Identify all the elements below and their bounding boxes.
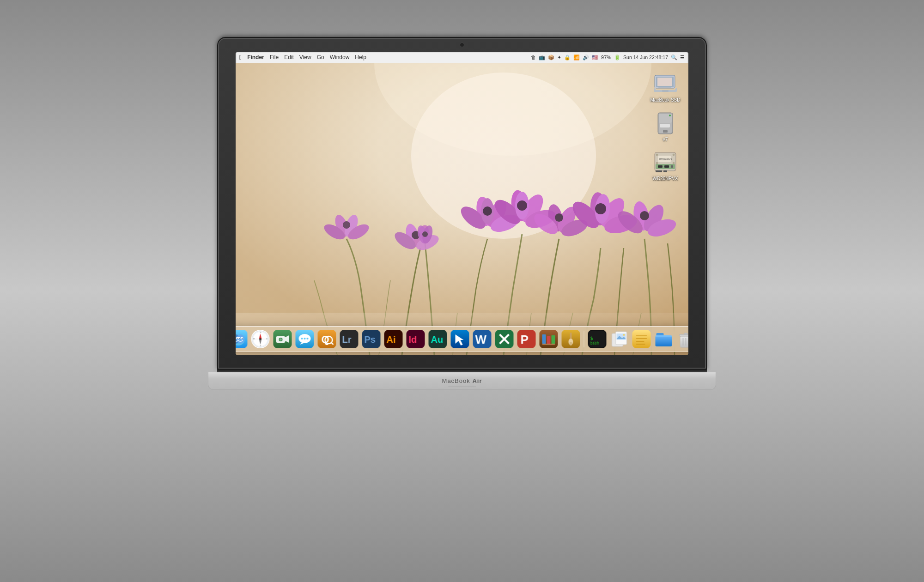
svg-rect-56	[663, 130, 668, 133]
menu-finder[interactable]: Finder	[247, 54, 264, 61]
svg-text:W: W	[253, 338, 255, 340]
menu-file[interactable]: File	[270, 54, 279, 61]
svg-text:N: N	[260, 331, 261, 333]
desktop: MacBook SSD	[236, 63, 688, 355]
laptop-outer:  Finder File Edit View Go Window Help 🗑…	[208, 37, 716, 545]
menu-window[interactable]: Window	[330, 54, 350, 61]
svg-rect-71	[663, 170, 667, 172]
svg-rect-139	[552, 335, 555, 344]
trash-icon: 🗑	[531, 55, 536, 60]
dock-lightroom[interactable]: Lr	[339, 329, 359, 349]
dock-folder[interactable]	[654, 329, 674, 349]
dock-illustrator[interactable]: Ai	[383, 329, 404, 349]
svg-rect-50	[662, 91, 669, 91]
svg-rect-164	[681, 336, 689, 347]
svg-point-96	[260, 338, 261, 340]
search-icon[interactable]: 🔍	[671, 55, 677, 61]
ext-drive-icon[interactable]: v7	[647, 112, 684, 142]
dock-keynote[interactable]	[450, 329, 470, 349]
svg-rect-138	[547, 336, 551, 344]
menubar-left:  Finder File Edit View Go Window Help	[239, 54, 366, 61]
ext-drive-image	[654, 112, 677, 135]
lock-icon: 🔒	[564, 55, 571, 61]
svg-point-145	[570, 342, 572, 346]
list-icon[interactable]: ☰	[680, 55, 685, 61]
svg-rect-166	[684, 333, 688, 334]
dock-indesign[interactable]: Id	[406, 329, 426, 349]
dock: N S W E	[236, 326, 688, 352]
volume-icon: 🔊	[583, 55, 589, 61]
macbook-base: MacBook Air	[208, 372, 716, 390]
svg-rect-162	[656, 335, 672, 337]
svg-rect-70	[656, 170, 662, 172]
svg-point-65	[673, 154, 675, 156]
svg-text:Lr: Lr	[342, 334, 352, 345]
svg-point-7	[343, 221, 350, 229]
dock-audition[interactable]: Au	[428, 329, 448, 349]
svg-point-108	[304, 338, 306, 340]
dock-brush[interactable]	[561, 329, 581, 349]
dock-safari[interactable]: N S W E	[250, 329, 271, 349]
svg-point-83	[239, 338, 240, 339]
desktop-icons: MacBook SSD	[647, 73, 684, 181]
dock-trash[interactable]	[676, 329, 689, 349]
svg-text:P: P	[521, 333, 529, 346]
svg-rect-165	[680, 334, 689, 336]
svg-point-109	[307, 338, 309, 340]
dock-quartermaster[interactable]: Q	[317, 329, 337, 349]
svg-rect-55	[660, 124, 670, 127]
svg-text:W: W	[475, 333, 487, 346]
menu-go[interactable]: Go	[317, 54, 324, 61]
menu-view[interactable]: View	[299, 54, 311, 61]
svg-point-102	[280, 338, 282, 340]
svg-point-107	[301, 338, 303, 340]
menu-help[interactable]: Help	[355, 54, 366, 61]
apple-logo-icon[interactable]: 	[239, 54, 242, 61]
svg-rect-49	[657, 78, 672, 86]
trackpad-notch	[448, 386, 476, 388]
menu-edit[interactable]: Edit	[284, 54, 294, 61]
svg-text:Ai: Ai	[387, 334, 396, 345]
dock-word[interactable]: W	[472, 329, 492, 349]
screen-lid:  Finder File Edit View Go Window Help 🗑…	[217, 37, 707, 370]
wifi-icon: 📶	[573, 55, 580, 61]
dock-finder[interactable]	[236, 329, 249, 349]
dock-messages[interactable]	[295, 329, 315, 349]
wallpaper	[236, 63, 688, 355]
svg-text:Ps: Ps	[365, 334, 376, 345]
svg-point-64	[656, 154, 658, 156]
wd-drive-image: WD20NPVX	[654, 151, 677, 174]
svg-rect-51	[658, 87, 671, 88]
dock-preview[interactable]	[609, 329, 630, 349]
bluetooth-icon: ✦	[557, 55, 561, 61]
macbook-ssd-image	[654, 73, 677, 96]
dock-ppt[interactable]: P	[517, 329, 537, 349]
datetime: Sun 14 Jun 22:48:17	[623, 55, 668, 60]
dock-librarian[interactable]	[539, 329, 559, 349]
dock-separator	[584, 331, 584, 347]
svg-point-24	[517, 200, 527, 211]
svg-point-40	[640, 211, 649, 220]
dock-container: N S W E	[236, 326, 688, 352]
svg-point-84	[242, 338, 243, 339]
svg-point-43	[422, 231, 428, 237]
svg-rect-61	[658, 165, 663, 168]
battery-percent: 97%	[601, 55, 611, 60]
svg-rect-137	[542, 334, 546, 344]
menubar-right: 🗑 📺 📦 ✦ 🔒 📶 🔊 🇺🇸 97% 🔋 Sun 14 Jun 22:48:…	[531, 55, 685, 61]
svg-text:Au: Au	[431, 334, 444, 345]
airplay-icon: 📺	[539, 55, 545, 61]
dock-notes[interactable]	[632, 329, 652, 349]
svg-point-18	[483, 206, 492, 216]
dock-excel[interactable]	[494, 329, 515, 349]
macbook-ssd-icon[interactable]: MacBook SSD	[647, 73, 684, 103]
svg-rect-140	[542, 344, 555, 345]
dock-photoshop[interactable]: Ps	[361, 329, 382, 349]
wd-drive-icon[interactable]: WD20NPVX WD20NPVX	[647, 151, 684, 181]
wd-drive-label: WD20NPVX	[652, 176, 678, 181]
dock-terminal[interactable]: $_ bash	[587, 329, 608, 349]
svg-point-154	[623, 334, 625, 336]
dock-facetime[interactable]	[273, 329, 293, 349]
svg-rect-160	[636, 344, 645, 345]
svg-text:bash: bash	[590, 341, 599, 346]
